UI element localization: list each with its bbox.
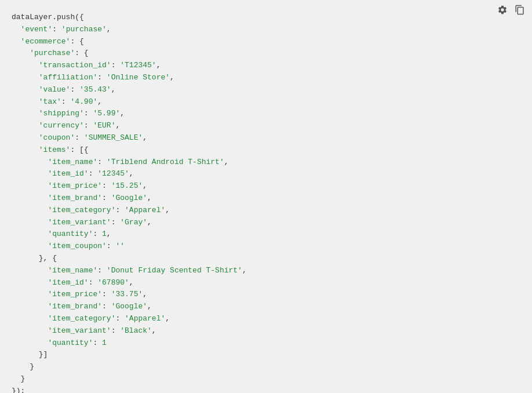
code-line: 'item_brand': 'Google',: [12, 194, 152, 202]
code-line: 'quantity': 1,: [12, 230, 111, 238]
code-line: }: [12, 374, 25, 383]
code-line: 'value': '35.43',: [12, 85, 115, 94]
code-line: 'item_price': '33.75',: [12, 290, 147, 299]
toolbar: [496, 3, 526, 16]
code-line: 'item_category': 'Apparel',: [12, 206, 170, 214]
code-line: 'item_brand': 'Google',: [12, 302, 152, 311]
code-line: 'currency': 'EUR',: [12, 121, 120, 130]
code-line: 'quantity': 1: [12, 339, 107, 347]
code-line: 'item_category': 'Apparel',: [12, 314, 170, 323]
code-line: 'item_variant': 'Black',: [12, 326, 156, 335]
settings-icon[interactable]: [496, 3, 509, 16]
code-line: 'item_name': 'Donut Friday Scented T-Shi…: [12, 266, 247, 275]
code-line: }: [12, 362, 34, 371]
code-line: 'item_coupon': '': [12, 242, 125, 250]
code-line: 'affiliation': 'Online Store',: [12, 73, 174, 82]
code-line: });: [12, 387, 25, 393]
code-line: }]: [12, 350, 48, 359]
code-line: 'shipping': '5.99',: [12, 109, 125, 118]
code-line: 'item_variant': 'Gray',: [12, 218, 152, 227]
code-line: 'item_price': '15.25',: [12, 181, 147, 190]
code-line: 'item_id': '12345',: [12, 169, 134, 178]
code-line: 'coupon': 'SUMMER_SALE',: [12, 133, 147, 142]
code-line: 'event': 'purchase',: [12, 25, 111, 34]
code-line: 'purchase': {: [12, 49, 89, 57]
code-line: 'ecommerce': {: [12, 37, 84, 46]
copy-icon[interactable]: [513, 3, 526, 16]
code-line: 'item_id': '67890',: [12, 278, 134, 287]
code-line: 'items': [{: [12, 145, 89, 154]
code-line: 'transaction_id': 'T12345',: [12, 61, 161, 70]
code-line: 'tax': '4.90',: [12, 97, 102, 106]
code-block: dataLayer.push({ 'event': 'purchase', 'e…: [0, 0, 532, 393]
code-line: 'item_name': 'Triblend Android T-Shirt',: [12, 158, 229, 166]
code-line: }, {: [12, 254, 57, 263]
code-line: dataLayer.push({: [12, 13, 84, 21]
